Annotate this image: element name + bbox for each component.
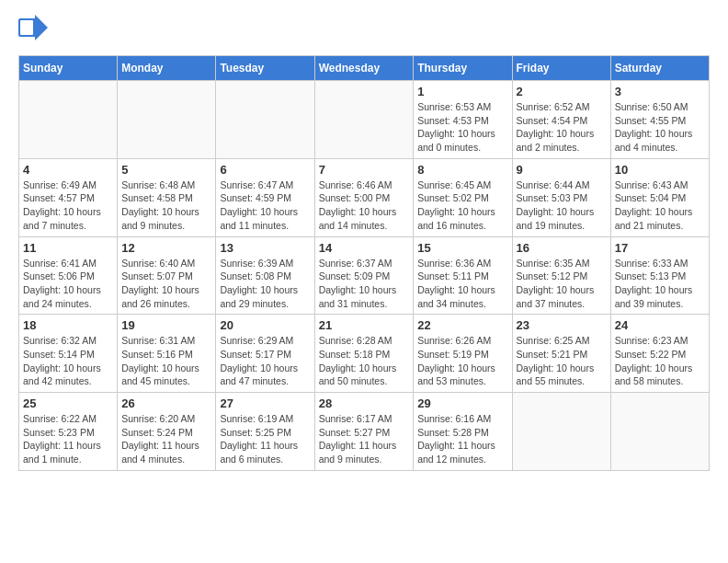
calendar-day-cell: 19Sunrise: 6:31 AMSunset: 5:16 PMDayligh… bbox=[118, 315, 216, 393]
svg-marker-1 bbox=[35, 15, 48, 40]
calendar-day-cell: 23Sunrise: 6:25 AMSunset: 5:21 PMDayligh… bbox=[512, 315, 610, 393]
weekday-header-cell: Wednesday bbox=[314, 56, 414, 81]
calendar-day-cell: 22Sunrise: 6:26 AMSunset: 5:19 PMDayligh… bbox=[414, 315, 512, 393]
day-info: Sunrise: 6:31 AMSunset: 5:16 PMDaylight:… bbox=[121, 334, 211, 388]
day-info: Sunrise: 6:41 AMSunset: 5:06 PMDaylight:… bbox=[23, 257, 113, 311]
day-info: Sunrise: 6:40 AMSunset: 5:07 PMDaylight:… bbox=[121, 257, 211, 311]
day-info: Sunrise: 6:35 AMSunset: 5:12 PMDaylight:… bbox=[517, 257, 607, 311]
day-number: 8 bbox=[417, 163, 507, 177]
day-number: 21 bbox=[319, 318, 410, 332]
day-number: 9 bbox=[517, 163, 607, 177]
day-info: Sunrise: 6:22 AMSunset: 5:23 PMDaylight:… bbox=[23, 412, 113, 466]
day-number: 5 bbox=[121, 163, 211, 177]
calendar-day-cell bbox=[19, 81, 118, 159]
day-info: Sunrise: 6:33 AMSunset: 5:13 PMDaylight:… bbox=[615, 257, 705, 311]
calendar-day-cell: 12Sunrise: 6:40 AMSunset: 5:07 PMDayligh… bbox=[118, 236, 216, 315]
calendar-day-cell: 1Sunrise: 6:53 AMSunset: 4:53 PMDaylight… bbox=[414, 81, 512, 159]
calendar-day-cell: 10Sunrise: 6:43 AMSunset: 5:04 PMDayligh… bbox=[610, 158, 709, 236]
day-info: Sunrise: 6:48 AMSunset: 4:58 PMDaylight:… bbox=[121, 178, 211, 233]
day-info: Sunrise: 6:17 AMSunset: 5:27 PMDaylight:… bbox=[319, 412, 410, 466]
calendar-day-cell bbox=[512, 393, 610, 471]
day-info: Sunrise: 6:19 AMSunset: 5:25 PMDaylight:… bbox=[220, 412, 310, 466]
calendar-day-cell bbox=[610, 393, 709, 471]
weekday-header-cell: Sunday bbox=[19, 56, 118, 81]
day-number: 7 bbox=[319, 163, 410, 177]
calendar-day-cell: 24Sunrise: 6:23 AMSunset: 5:22 PMDayligh… bbox=[610, 315, 709, 393]
logo-icon bbox=[18, 15, 48, 40]
day-number: 14 bbox=[319, 241, 410, 255]
day-number: 1 bbox=[417, 85, 507, 98]
calendar-day-cell: 14Sunrise: 6:37 AMSunset: 5:09 PMDayligh… bbox=[314, 236, 414, 315]
day-info: Sunrise: 6:29 AMSunset: 5:17 PMDaylight:… bbox=[220, 334, 310, 388]
day-info: Sunrise: 6:23 AMSunset: 5:22 PMDaylight:… bbox=[615, 334, 705, 388]
day-number: 6 bbox=[220, 163, 310, 177]
svg-rect-2 bbox=[20, 20, 33, 35]
calendar-day-cell: 13Sunrise: 6:39 AMSunset: 5:08 PMDayligh… bbox=[216, 236, 314, 315]
day-info: Sunrise: 6:16 AMSunset: 5:28 PMDaylight:… bbox=[417, 412, 507, 466]
calendar-day-cell: 11Sunrise: 6:41 AMSunset: 5:06 PMDayligh… bbox=[19, 236, 118, 315]
day-number: 23 bbox=[517, 318, 607, 332]
calendar-day-cell: 6Sunrise: 6:47 AMSunset: 4:59 PMDaylight… bbox=[216, 158, 314, 236]
day-info: Sunrise: 6:52 AMSunset: 4:54 PMDaylight:… bbox=[517, 100, 607, 155]
day-number: 28 bbox=[319, 396, 410, 410]
day-info: Sunrise: 6:20 AMSunset: 5:24 PMDaylight:… bbox=[121, 412, 211, 466]
day-info: Sunrise: 6:50 AMSunset: 4:55 PMDaylight:… bbox=[615, 100, 705, 155]
calendar-day-cell bbox=[118, 81, 216, 159]
day-number: 2 bbox=[517, 85, 607, 98]
calendar-day-cell: 27Sunrise: 6:19 AMSunset: 5:25 PMDayligh… bbox=[216, 393, 314, 471]
calendar-day-cell: 4Sunrise: 6:49 AMSunset: 4:57 PMDaylight… bbox=[19, 158, 118, 236]
day-info: Sunrise: 6:28 AMSunset: 5:18 PMDaylight:… bbox=[319, 334, 410, 388]
weekday-header-cell: Thursday bbox=[414, 56, 512, 81]
weekday-header-cell: Tuesday bbox=[216, 56, 314, 81]
day-info: Sunrise: 6:25 AMSunset: 5:21 PMDaylight:… bbox=[517, 334, 607, 388]
calendar-day-cell: 17Sunrise: 6:33 AMSunset: 5:13 PMDayligh… bbox=[610, 236, 709, 315]
day-info: Sunrise: 6:49 AMSunset: 4:57 PMDaylight:… bbox=[23, 178, 113, 233]
weekday-header-cell: Saturday bbox=[610, 56, 709, 81]
calendar: SundayMondayTuesdayWednesdayThursdayFrid… bbox=[18, 55, 710, 471]
day-info: Sunrise: 6:36 AMSunset: 5:11 PMDaylight:… bbox=[417, 257, 507, 311]
day-number: 20 bbox=[220, 318, 310, 332]
calendar-day-cell bbox=[314, 81, 414, 159]
day-number: 11 bbox=[23, 241, 113, 255]
day-number: 4 bbox=[23, 163, 113, 177]
day-number: 24 bbox=[615, 318, 705, 332]
calendar-day-cell: 18Sunrise: 6:32 AMSunset: 5:14 PMDayligh… bbox=[19, 315, 118, 393]
calendar-week-row: 25Sunrise: 6:22 AMSunset: 5:23 PMDayligh… bbox=[19, 393, 710, 471]
day-number: 22 bbox=[417, 318, 507, 332]
header bbox=[18, 15, 710, 44]
day-number: 16 bbox=[517, 241, 607, 255]
day-info: Sunrise: 6:43 AMSunset: 5:04 PMDaylight:… bbox=[615, 178, 705, 233]
calendar-day-cell: 16Sunrise: 6:35 AMSunset: 5:12 PMDayligh… bbox=[512, 236, 610, 315]
day-info: Sunrise: 6:32 AMSunset: 5:14 PMDaylight:… bbox=[23, 334, 113, 388]
calendar-day-cell: 20Sunrise: 6:29 AMSunset: 5:17 PMDayligh… bbox=[216, 315, 314, 393]
calendar-day-cell: 8Sunrise: 6:45 AMSunset: 5:02 PMDaylight… bbox=[414, 158, 512, 236]
calendar-day-cell: 7Sunrise: 6:46 AMSunset: 5:00 PMDaylight… bbox=[314, 158, 414, 236]
day-info: Sunrise: 6:46 AMSunset: 5:00 PMDaylight:… bbox=[319, 178, 410, 233]
calendar-week-row: 11Sunrise: 6:41 AMSunset: 5:06 PMDayligh… bbox=[19, 236, 710, 315]
weekday-header: SundayMondayTuesdayWednesdayThursdayFrid… bbox=[19, 56, 710, 81]
day-number: 27 bbox=[220, 396, 310, 410]
calendar-body: 1Sunrise: 6:53 AMSunset: 4:53 PMDaylight… bbox=[19, 81, 710, 471]
day-number: 10 bbox=[615, 163, 705, 177]
day-number: 19 bbox=[121, 318, 211, 332]
day-info: Sunrise: 6:26 AMSunset: 5:19 PMDaylight:… bbox=[417, 334, 507, 388]
calendar-day-cell bbox=[216, 81, 314, 159]
calendar-day-cell: 25Sunrise: 6:22 AMSunset: 5:23 PMDayligh… bbox=[19, 393, 118, 471]
calendar-day-cell: 28Sunrise: 6:17 AMSunset: 5:27 PMDayligh… bbox=[314, 393, 414, 471]
day-number: 29 bbox=[417, 396, 507, 410]
calendar-week-row: 18Sunrise: 6:32 AMSunset: 5:14 PMDayligh… bbox=[19, 315, 710, 393]
day-number: 13 bbox=[220, 241, 310, 255]
day-number: 26 bbox=[121, 396, 211, 410]
day-number: 25 bbox=[23, 396, 113, 410]
calendar-day-cell: 2Sunrise: 6:52 AMSunset: 4:54 PMDaylight… bbox=[512, 81, 610, 159]
day-number: 18 bbox=[23, 318, 113, 332]
calendar-day-cell: 5Sunrise: 6:48 AMSunset: 4:58 PMDaylight… bbox=[118, 158, 216, 236]
logo bbox=[18, 15, 51, 44]
day-number: 15 bbox=[417, 241, 507, 255]
day-info: Sunrise: 6:47 AMSunset: 4:59 PMDaylight:… bbox=[220, 178, 310, 233]
weekday-header-cell: Friday bbox=[512, 56, 610, 81]
day-info: Sunrise: 6:45 AMSunset: 5:02 PMDaylight:… bbox=[417, 178, 507, 233]
day-info: Sunrise: 6:53 AMSunset: 4:53 PMDaylight:… bbox=[417, 100, 507, 155]
day-number: 3 bbox=[615, 85, 705, 98]
calendar-day-cell: 26Sunrise: 6:20 AMSunset: 5:24 PMDayligh… bbox=[118, 393, 216, 471]
